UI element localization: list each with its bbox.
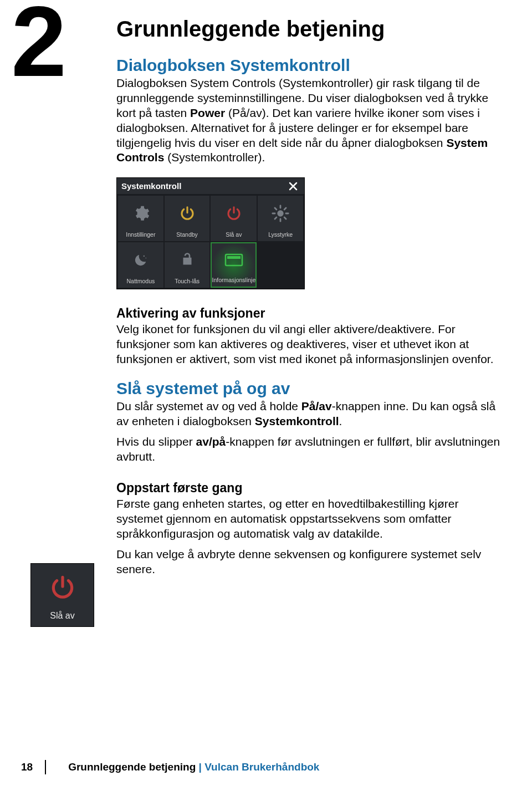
systemkontroll-dialog: Systemkontroll Innstillinger Standby bbox=[116, 177, 305, 289]
text: (Systemkontroller). bbox=[164, 151, 265, 164]
side-tile-slaa-av[interactable]: Slå av bbox=[30, 563, 94, 627]
footer-book: Vulcan Brukerhåndbok bbox=[204, 761, 319, 773]
moon-icon bbox=[133, 242, 149, 278]
paragraph-aktivering: Velg ikonet for funksjonen du vil angi e… bbox=[116, 322, 504, 367]
svg-line-7 bbox=[275, 217, 277, 219]
paragraph-oppstart-1: Første gang enheten startes, og etter en… bbox=[116, 497, 504, 542]
paragraph-oppstart-2: Du kan velge å avbryte denne sekvensen o… bbox=[116, 547, 504, 577]
heading-slaa-systemet: Slå systemet på og av bbox=[116, 379, 504, 398]
power-icon bbox=[49, 564, 76, 611]
tile-label: Informasjonslinje bbox=[212, 277, 255, 283]
svg-rect-12 bbox=[227, 256, 241, 259]
text: Hvis du slipper bbox=[116, 435, 196, 448]
tile-innstillinger[interactable]: Innstillinger bbox=[118, 196, 163, 241]
tile-slaa-av[interactable]: Slå av bbox=[211, 196, 257, 241]
tile-lysstyrke[interactable]: Lysstyrke bbox=[258, 196, 303, 241]
svg-point-9 bbox=[144, 256, 145, 257]
svg-line-6 bbox=[284, 217, 286, 219]
lock-open-icon bbox=[180, 242, 195, 278]
text-bold: av/på bbox=[196, 435, 226, 448]
heading-aktivering: Aktivering av funksjoner bbox=[116, 306, 504, 321]
text: Du slår systemet av og ved å holde bbox=[116, 400, 301, 412]
heading-dialogboksen: Dialogboksen Systemkontroll bbox=[116, 56, 504, 75]
paragraph-slaa-1: Du slår systemet av og ved å holde På/av… bbox=[116, 399, 504, 429]
svg-point-10 bbox=[145, 258, 146, 259]
text-bold: Power bbox=[190, 106, 225, 119]
page-footer: 18 Grunnleggende betjening | Vulcan Bruk… bbox=[21, 760, 319, 774]
chapter-number: 2 bbox=[11, 0, 66, 91]
tile-standby[interactable]: Standby bbox=[165, 196, 210, 241]
page-number: 18 bbox=[21, 761, 33, 773]
dialog-title: Systemkontroll bbox=[121, 181, 181, 191]
tile-label: Lysstyrke bbox=[268, 231, 293, 238]
tile-label: Touch-lås bbox=[175, 278, 200, 284]
svg-point-0 bbox=[277, 211, 283, 217]
tile-nattmodus[interactable]: Nattmodus bbox=[118, 242, 163, 288]
tile-touch-laas[interactable]: Touch-lås bbox=[165, 242, 210, 288]
svg-line-8 bbox=[284, 208, 286, 210]
tile-label: Innstillinger bbox=[126, 231, 155, 238]
svg-line-5 bbox=[275, 208, 277, 210]
section-dialog-systemkontroll: Dialogboksen Systemkontroll Dialogboksen… bbox=[116, 56, 504, 165]
footer-chapter: Grunnleggende betjening bbox=[68, 761, 196, 773]
close-icon[interactable] bbox=[287, 182, 300, 191]
footer-separator bbox=[45, 760, 46, 774]
footer-sep-text: | bbox=[196, 761, 204, 773]
power-icon bbox=[226, 196, 242, 231]
dialog-header: Systemkontroll bbox=[117, 178, 304, 195]
section-oppstart: Oppstart første gang Første gang enheten… bbox=[116, 481, 504, 576]
paragraph-dialogboksen: Dialogboksen System Controls (Systemkont… bbox=[116, 76, 504, 165]
gear-icon bbox=[132, 196, 150, 231]
page-content: Grunnleggende betjening Dialogboksen Sys… bbox=[116, 17, 504, 589]
text-bold: På/av bbox=[301, 400, 332, 412]
heading-oppstart: Oppstart første gang bbox=[116, 481, 504, 496]
dialog-grid: Innstillinger Standby Slå av Lysstyrke bbox=[117, 195, 304, 289]
page-title: Grunnleggende betjening bbox=[116, 17, 504, 42]
power-icon bbox=[179, 196, 196, 231]
text: . bbox=[339, 415, 342, 427]
tile-label: Nattmodus bbox=[126, 278, 155, 284]
tile-label: Standby bbox=[176, 231, 198, 238]
info-bar-icon bbox=[224, 243, 243, 277]
paragraph-slaa-2: Hvis du slipper av/på-knappen før avslut… bbox=[116, 435, 504, 465]
brightness-icon bbox=[271, 196, 290, 231]
section-aktivering: Aktivering av funksjoner Velg ikonet for… bbox=[116, 306, 504, 367]
section-slaa-paa-av: Slå systemet på og av Du slår systemet a… bbox=[116, 379, 504, 465]
tile-informasjonslinje[interactable]: Informasjonslinje bbox=[211, 242, 257, 288]
text-bold: Systemkontroll bbox=[255, 415, 339, 427]
side-tile-label: Slå av bbox=[50, 611, 74, 621]
tile-label: Slå av bbox=[226, 231, 242, 238]
